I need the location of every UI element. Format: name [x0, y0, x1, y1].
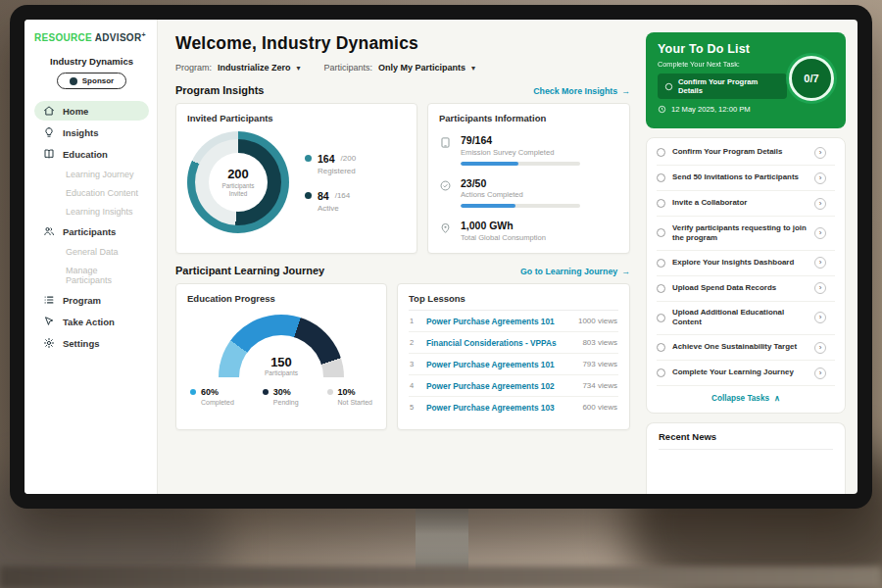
- sidebar-item-education[interactable]: Education: [34, 144, 149, 164]
- chevron-down-icon: ▾: [297, 64, 301, 73]
- lesson-link[interactable]: Power Purchase Agreements 103: [426, 403, 573, 413]
- sidebar-item-take-action[interactable]: Take Action: [34, 312, 149, 331]
- task-row-upload-spend-data-records[interactable]: Upload Spend Data Records›: [657, 276, 835, 302]
- participants-filter[interactable]: Participants: Only My Participants ▾: [324, 63, 476, 73]
- task-row-confirm-your-program-details[interactable]: Confirm Your Program Details›: [657, 140, 835, 166]
- todo-task-list: Confirm Your Program Details›Send 50 Inv…: [657, 140, 835, 386]
- task-checkbox[interactable]: [657, 228, 665, 237]
- chevron-right-icon[interactable]: ›: [814, 312, 826, 323]
- chevron-right-icon[interactable]: ›: [814, 172, 826, 184]
- progress-bar: [461, 204, 580, 208]
- lesson-row: 1Power Purchase Agreements 1011000 views: [409, 311, 618, 332]
- task-label: Upload Spend Data Records: [672, 283, 808, 293]
- education-gauge-label: Participants: [219, 369, 344, 376]
- logo-text-advisor: ADVISOR: [95, 32, 142, 43]
- stat-total-global-consumption: 1,000 GWhTotal Global Consumption: [439, 220, 618, 242]
- sidebar-item-insights[interactable]: Insights: [34, 122, 149, 142]
- invited-legend: 164/200Registered84/164Active: [305, 153, 356, 213]
- sidebar-item-participants[interactable]: Participants: [34, 221, 149, 241]
- legend-value: 84: [318, 190, 329, 202]
- sidebar-item-label: Settings: [63, 338, 99, 349]
- program-filter-value: Industrialize Zero: [218, 63, 291, 73]
- task-row-achieve-one-sustainability-target[interactable]: Achieve One Sustainability Target›: [657, 335, 835, 361]
- gauge-legend-label: Completed: [201, 399, 234, 406]
- task-row-send-50-invitations-to-participants[interactable]: Send 50 Invitations to Participants›: [657, 166, 835, 191]
- chevron-right-icon[interactable]: ›: [814, 198, 826, 210]
- lesson-views: 600 views: [582, 403, 617, 412]
- sidebar-item-general-data[interactable]: General Data: [34, 243, 149, 260]
- check-more-insights-link[interactable]: Check More Insights →: [533, 86, 630, 96]
- progress-fill: [461, 204, 515, 208]
- program-insights-title: Program Insights: [175, 84, 264, 96]
- chevron-right-icon[interactable]: ›: [814, 342, 826, 354]
- invited-total-label: Participants Invited: [214, 182, 263, 198]
- sidebar-item-program[interactable]: Program: [34, 290, 149, 310]
- task-label: Send 50 Invitations to Participants: [672, 172, 808, 182]
- task-row-verify-participants-requesting-to-join-the-program[interactable]: Verify participants requesting to join t…: [657, 217, 835, 251]
- chevron-right-icon[interactable]: ›: [814, 257, 826, 269]
- sidebar-item-label: Education Content: [66, 188, 138, 198]
- legend-dot: [305, 192, 312, 199]
- task-row-invite-a-collaborator[interactable]: Invite a Collaborator›: [657, 191, 835, 217]
- stat-label: Emission Survey Completed: [461, 148, 580, 157]
- learning-journey-title: Participant Learning Journey: [175, 265, 324, 276]
- task-checkbox[interactable]: [657, 148, 665, 157]
- home-icon: [43, 105, 55, 117]
- participants-icon: [43, 225, 55, 237]
- sidebar-item-education-content[interactable]: Education Content: [34, 184, 149, 201]
- todo-next-task-chip[interactable]: Confirm Your Program Details: [658, 74, 787, 99]
- sidebar-item-label: Learning Insights: [66, 207, 133, 217]
- task-label: Achieve One Sustainability Target: [672, 342, 808, 352]
- sidebar-item-label: General Data: [66, 247, 119, 257]
- invited-total: 200: [227, 167, 249, 181]
- lesson-link[interactable]: Power Purchase Agreements 101: [426, 360, 573, 369]
- sidebar-item-learning-insights[interactable]: Learning Insights: [34, 203, 149, 220]
- donut-legend-registered: 164/200Registered: [305, 153, 356, 175]
- task-checkbox[interactable]: [657, 314, 665, 322]
- top-lessons-card: Top Lessons 1Power Purchase Agreements 1…: [397, 283, 630, 430]
- chevron-right-icon[interactable]: ›: [814, 368, 826, 379]
- sidebar-item-label: Program: [63, 295, 101, 306]
- task-row-explore-your-insights-dashboard[interactable]: Explore Your Insights Dashboard›: [657, 251, 835, 276]
- recent-news-title: Recent News: [659, 431, 833, 450]
- sidebar-item-learning-journey[interactable]: Learning Journey: [34, 166, 149, 182]
- task-checkbox[interactable]: [657, 259, 665, 268]
- sidebar: RESOURCE ADVISOR+ Industry Dynamics Spon…: [24, 20, 158, 494]
- todo-due-row: 12 May 2025, 12:00 PM: [658, 105, 834, 114]
- task-checkbox[interactable]: [657, 173, 665, 182]
- education-gauge-center: 150 Participants: [219, 355, 344, 376]
- lesson-views: 1000 views: [578, 317, 617, 325]
- sponsor-badge[interactable]: Sponsor: [57, 73, 126, 89]
- go-to-learning-journey-label: Go to Learning Journey: [520, 267, 617, 276]
- program-filter[interactable]: Program: Industrialize Zero ▾: [175, 63, 301, 73]
- arrow-right-icon: →: [621, 267, 630, 276]
- lesson-link[interactable]: Financial Considerations - VPPAs: [426, 338, 573, 348]
- program-icon: [43, 294, 55, 306]
- sidebar-item-home[interactable]: Home: [34, 101, 149, 121]
- photo-scene: RESOURCE ADVISOR+ Industry Dynamics Spon…: [0, 0, 882, 588]
- lesson-link[interactable]: Power Purchase Agreements 101: [426, 317, 569, 326]
- chevron-right-icon[interactable]: ›: [814, 227, 826, 239]
- chevron-right-icon[interactable]: ›: [814, 147, 826, 159]
- app-logo: RESOURCE ADVISOR+: [34, 31, 149, 43]
- todo-progress-value: 0/7: [804, 73, 818, 84]
- collapse-tasks-link[interactable]: Collapse Tasks ∧: [657, 386, 835, 411]
- task-row-upload-additional-educational-content[interactable]: Upload Additional Educational Content›: [657, 302, 835, 336]
- todo-title: Your To Do List: [658, 42, 834, 56]
- task-checkbox[interactable]: [657, 343, 665, 352]
- task-checkbox[interactable]: [657, 199, 665, 208]
- chevron-right-icon[interactable]: ›: [814, 282, 826, 294]
- task-label: Explore Your Insights Dashboard: [672, 258, 808, 268]
- task-checkbox[interactable]: [657, 284, 665, 293]
- stat-label: Actions Completed: [461, 190, 580, 199]
- sidebar-item-settings[interactable]: Settings: [34, 333, 149, 353]
- task-row-complete-your-learning-journey[interactable]: Complete Your Learning Journey›: [657, 361, 835, 386]
- task-checkbox[interactable]: [657, 368, 665, 377]
- org-name: Industry Dynamics: [34, 56, 149, 67]
- go-to-learning-journey-link[interactable]: Go to Learning Journey →: [520, 267, 630, 276]
- legend-dot: [263, 389, 269, 395]
- invited-participants-title: Invited Participants: [187, 113, 406, 123]
- lesson-link[interactable]: Power Purchase Agreements 102: [426, 381, 573, 391]
- legend-label: Registered: [318, 167, 356, 175]
- sidebar-item-manage-participants[interactable]: Manage Participants: [34, 262, 149, 288]
